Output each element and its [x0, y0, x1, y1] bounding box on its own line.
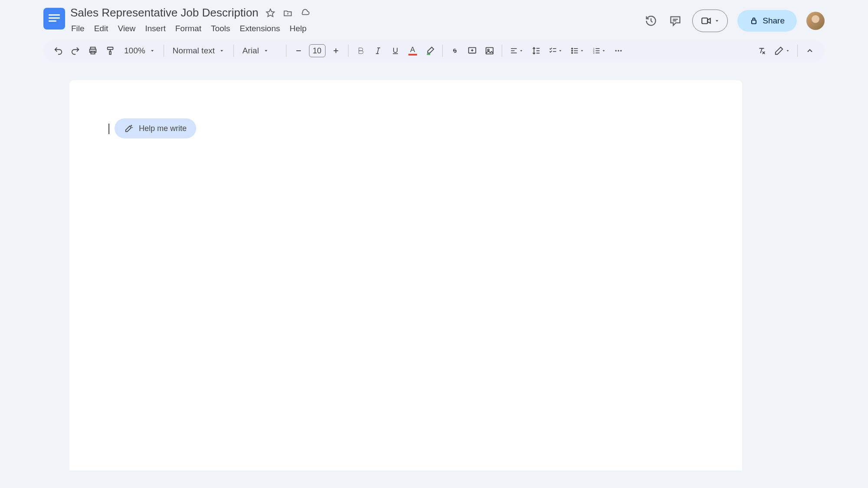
- style-dropdown[interactable]: Normal text: [168, 43, 229, 58]
- cloud-saved-icon[interactable]: [300, 8, 310, 18]
- svg-marker-4: [708, 19, 711, 23]
- toolbar-separator: [164, 45, 164, 57]
- toolbar-separator: [233, 45, 234, 57]
- bold-button[interactable]: [353, 43, 368, 59]
- undo-button[interactable]: [50, 43, 66, 59]
- menu-insert[interactable]: Insert: [141, 22, 170, 35]
- docs-logo[interactable]: [43, 8, 65, 29]
- checklist-button[interactable]: [546, 43, 566, 59]
- toolbar-separator: [286, 45, 286, 57]
- user-avatar[interactable]: [806, 12, 825, 30]
- toolbar-separator: [442, 45, 443, 57]
- comment-icon[interactable]: [668, 13, 683, 28]
- text-cursor: [108, 124, 109, 134]
- svg-text:3: 3: [593, 52, 594, 54]
- toolbar-separator: [797, 45, 798, 57]
- share-label: Share: [763, 16, 785, 26]
- font-size-increase[interactable]: [328, 43, 344, 59]
- underline-button[interactable]: [388, 43, 403, 59]
- svg-point-53: [618, 50, 619, 51]
- menu-format[interactable]: Format: [171, 22, 206, 35]
- svg-line-18: [377, 48, 378, 53]
- svg-rect-6: [752, 20, 756, 23]
- print-button[interactable]: [85, 43, 101, 59]
- line-spacing-button[interactable]: [528, 43, 544, 59]
- zoom-dropdown[interactable]: 100%: [120, 43, 159, 58]
- bullet-list-button[interactable]: [567, 43, 587, 59]
- svg-marker-57: [787, 50, 789, 52]
- share-button[interactable]: Share: [737, 10, 797, 32]
- menu-extensions[interactable]: Extensions: [235, 22, 284, 35]
- clear-formatting-button[interactable]: [754, 43, 769, 59]
- italic-button[interactable]: [370, 43, 386, 59]
- help-write-label: Help me write: [139, 124, 187, 133]
- help-me-write-chip[interactable]: Help me write: [115, 118, 196, 138]
- menu-file[interactable]: File: [70, 22, 89, 35]
- svg-marker-0: [266, 9, 274, 16]
- font-value: Arial: [243, 46, 259, 56]
- svg-point-52: [615, 50, 616, 51]
- svg-point-54: [620, 50, 621, 51]
- svg-point-38: [572, 48, 573, 49]
- redo-button[interactable]: [68, 43, 83, 59]
- numbered-list-button[interactable]: 123: [589, 43, 609, 59]
- menu-bar: File Edit View Insert Format Tools Exten…: [70, 22, 638, 35]
- svg-rect-3: [702, 18, 708, 24]
- font-size-decrease[interactable]: [291, 43, 306, 59]
- paint-format-button[interactable]: [102, 43, 118, 59]
- menu-view[interactable]: View: [113, 22, 140, 35]
- svg-marker-10: [151, 50, 154, 52]
- svg-marker-51: [602, 50, 605, 52]
- toolbar-separator: [348, 45, 349, 57]
- svg-marker-44: [581, 50, 583, 52]
- link-button[interactable]: [447, 43, 463, 59]
- font-size-input[interactable]: 10: [309, 44, 326, 57]
- document-page[interactable]: Help me write: [69, 80, 742, 471]
- document-title[interactable]: Sales Representative Job Description: [70, 6, 259, 20]
- svg-marker-12: [265, 50, 267, 52]
- text-color-a-icon: A: [410, 46, 415, 53]
- align-button[interactable]: [506, 43, 526, 59]
- toolbar: 100% Normal text Arial 10: [43, 39, 825, 62]
- svg-rect-9: [108, 47, 113, 50]
- text-color-button[interactable]: A: [405, 43, 421, 59]
- editing-mode-button[interactable]: [771, 43, 793, 59]
- zoom-value: 100%: [124, 46, 145, 56]
- font-dropdown[interactable]: Arial: [238, 43, 282, 58]
- document-area: Help me write: [43, 80, 825, 471]
- style-value: Normal text: [173, 46, 215, 56]
- svg-marker-37: [559, 50, 561, 52]
- menu-edit[interactable]: Edit: [90, 22, 113, 35]
- star-icon[interactable]: [266, 8, 275, 18]
- svg-point-40: [572, 50, 573, 52]
- pen-sparkle-icon: [124, 124, 134, 133]
- svg-point-26: [487, 49, 489, 51]
- insert-image-button[interactable]: [482, 43, 497, 59]
- svg-point-42: [572, 52, 573, 54]
- highlight-button[interactable]: [422, 43, 438, 59]
- move-folder-icon[interactable]: [283, 8, 293, 18]
- svg-marker-11: [220, 50, 223, 52]
- menu-tools[interactable]: Tools: [207, 22, 234, 35]
- more-options-button[interactable]: [611, 43, 626, 59]
- history-icon[interactable]: [644, 13, 658, 28]
- svg-rect-25: [486, 48, 493, 54]
- svg-marker-30: [520, 50, 522, 52]
- svg-marker-5: [716, 20, 718, 22]
- add-comment-button[interactable]: [464, 43, 480, 59]
- meet-button[interactable]: [692, 10, 728, 32]
- toolbar-separator: [502, 45, 502, 57]
- menu-help[interactable]: Help: [285, 22, 311, 35]
- collapse-toolbar-button[interactable]: [802, 43, 818, 59]
- app-header: Sales Representative Job Description Fil…: [43, 0, 825, 38]
